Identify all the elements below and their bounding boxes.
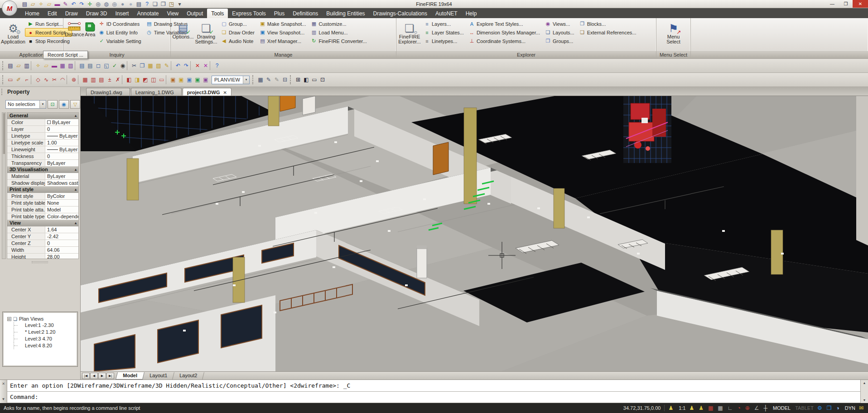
plot-icon[interactable]: ▤ bbox=[135, 0, 143, 7]
undo-icon[interactable]: ↶ bbox=[174, 62, 182, 70]
wall-break-icon[interactable]: ✂ bbox=[50, 76, 58, 84]
opening-5-icon[interactable]: ▭ bbox=[158, 76, 166, 84]
external-references-button[interactable]: ❏External References... bbox=[577, 28, 639, 37]
separator[interactable] bbox=[67, 75, 70, 84]
window-elevation-icon[interactable]: ▦ bbox=[81, 76, 89, 84]
explore-text-styles-button[interactable]: AExplore Text Styles... bbox=[466, 19, 542, 28]
panel-label-menu-select[interactable]: Menu Select bbox=[656, 51, 690, 58]
finefire-explorer-button[interactable]: ❏○ FineFIRE Explorer... bbox=[398, 19, 421, 44]
undo-icon[interactable]: ↶ bbox=[70, 0, 77, 7]
property-row[interactable]: Center X1.64 bbox=[7, 226, 78, 233]
redo-icon[interactable]: ↷ bbox=[182, 62, 190, 70]
toolbar-more-icon[interactable]: ▾ bbox=[176, 0, 183, 7]
property-row[interactable]: Thickness0 bbox=[7, 153, 78, 160]
grid-toggle-icon[interactable]: ▦ bbox=[718, 405, 723, 411]
copy-icon[interactable]: ❐ bbox=[138, 62, 146, 70]
ribbon-tab[interactable]: Annotate bbox=[133, 9, 163, 18]
finefire-converter-button[interactable]: ↻FineFIRE Converter... bbox=[308, 37, 369, 45]
draw-order-button[interactable]: ❏Draw Order bbox=[218, 28, 257, 37]
coordinate-systems-button[interactable]: ⊥Coordinate Systems... bbox=[466, 37, 542, 45]
separator[interactable] bbox=[664, 405, 665, 411]
ribbon-tab[interactable]: Drawings-Calculations bbox=[369, 9, 431, 18]
visual-style-realistic-icon[interactable]: ● bbox=[127, 0, 135, 7]
property-palette-title[interactable]: Property bbox=[0, 87, 80, 96]
layouts-button[interactable]: ❏Layouts... bbox=[542, 28, 577, 37]
list-entity-info-button[interactable]: ◉List Entity Info bbox=[96, 28, 144, 37]
import-acis-icon[interactable]: ▧ bbox=[67, 62, 75, 70]
plan-level-item[interactable]: Level:3 4.70 bbox=[14, 336, 77, 342]
print-preview-icon[interactable]: ◱ bbox=[102, 62, 111, 70]
property-row[interactable]: Print styleByColor bbox=[7, 193, 78, 200]
plan-level-item[interactable]: Level:1 -2.30 bbox=[14, 322, 77, 329]
ribbon-tab[interactable]: Edit bbox=[43, 9, 61, 18]
group-header-print-style[interactable]: Print style bbox=[7, 187, 78, 193]
property-row[interactable]: MaterialByLayer bbox=[7, 173, 78, 180]
view-snapshot-button[interactable]: ▣View Snapshot... bbox=[257, 28, 309, 37]
separator[interactable] bbox=[190, 61, 193, 70]
separator[interactable] bbox=[166, 75, 169, 84]
options-button[interactable]: ▤✓ Options... bbox=[172, 19, 194, 39]
bld-new-icon[interactable]: ▤ bbox=[21, 0, 29, 7]
zoom-icon[interactable]: ◎ bbox=[94, 0, 102, 7]
property-row[interactable]: LineweightByLayer bbox=[7, 146, 78, 153]
bld-folder-icon[interactable]: ▱ bbox=[14, 62, 23, 70]
restore-button[interactable]: ❐ bbox=[839, 0, 853, 8]
property-row[interactable]: Layer0 bbox=[7, 126, 78, 133]
property-row[interactable]: TransparencyByLayer bbox=[7, 160, 78, 167]
load-application-button[interactable]: ⚙⚙ Load Application bbox=[1, 19, 25, 44]
tab-learning1[interactable]: Learning_1.DWG bbox=[131, 88, 182, 96]
plot-icon[interactable]: ▤ bbox=[78, 62, 86, 70]
tablet-toggle[interactable]: TABLET bbox=[794, 405, 814, 411]
lineweight-toggle-icon[interactable]: ┼ bbox=[764, 405, 769, 411]
workspace-icon[interactable]: ◳ bbox=[168, 0, 175, 7]
tree-collapse-icon[interactable]: ⊟ bbox=[7, 317, 11, 321]
toggle-pickadd-button[interactable]: ⊡ bbox=[48, 100, 58, 109]
opening-1-icon[interactable]: ◧ bbox=[125, 76, 133, 84]
export-acis-icon[interactable]: ▦ bbox=[58, 62, 67, 70]
new-drawing-icon[interactable]: ✧ bbox=[37, 0, 45, 7]
otrack-toggle-icon[interactable]: ∠ bbox=[754, 405, 760, 411]
help-icon[interactable]: ? bbox=[213, 62, 221, 70]
visual-style-wireframe-icon[interactable]: ◍ bbox=[102, 0, 110, 7]
scroll-down-icon[interactable]: ▼ bbox=[863, 399, 866, 402]
drawing-settings-button[interactable]: ❏✓ Drawing Settings... bbox=[194, 19, 218, 44]
separator[interactable] bbox=[31, 75, 34, 84]
area-button[interactable]: Area bbox=[84, 19, 96, 37]
layers-button[interactable]: ≡Layers... bbox=[421, 19, 466, 28]
purge-icon[interactable]: ✕ bbox=[202, 62, 210, 70]
toolbar-grip[interactable] bbox=[2, 75, 5, 84]
variable-setting-button[interactable]: ✓Variable Setting bbox=[96, 37, 144, 45]
property-row[interactable]: Center Z0 bbox=[7, 240, 78, 247]
schedule-table-icon[interactable]: ▦ bbox=[256, 76, 265, 84]
separator[interactable] bbox=[171, 61, 174, 70]
ribbon-tab[interactable]: AutoNET bbox=[431, 9, 462, 18]
linetypes-button[interactable]: ≡Linetypes... bbox=[421, 37, 466, 45]
tab-layout2[interactable]: Layout2 bbox=[173, 372, 204, 379]
model-space-toggle[interactable]: MODEL bbox=[772, 405, 791, 411]
group-header-general[interactable]: General bbox=[7, 113, 78, 119]
next-tab-button[interactable]: ▶ bbox=[98, 373, 106, 379]
chevron-down-icon[interactable]: ▼ bbox=[2, 397, 5, 401]
add-sill-icon[interactable]: ± bbox=[106, 76, 114, 84]
tray-mail-icon[interactable]: ✉ bbox=[859, 405, 864, 411]
open-file-icon[interactable]: ▱ bbox=[42, 62, 50, 70]
ribbon-tab[interactable]: Building Entities bbox=[322, 9, 369, 18]
toolbar-grip[interactable] bbox=[2, 61, 5, 70]
bld-sheet-icon[interactable]: ▥ bbox=[23, 62, 31, 70]
audio-note-button[interactable]: ◀Audio Note bbox=[218, 37, 257, 45]
xref-manager-button[interactable]: ▤Xref Manager... bbox=[257, 37, 309, 45]
property-row[interactable]: Print table typeColor-depende... bbox=[7, 213, 78, 220]
match-properties-icon[interactable]: ✎ bbox=[163, 62, 171, 70]
quick-select-button[interactable]: ▽ bbox=[70, 100, 80, 109]
tab-layout1[interactable]: Layout1 bbox=[143, 372, 174, 379]
new-file-icon[interactable]: ✧ bbox=[34, 62, 42, 70]
ribbon-tab[interactable]: Home bbox=[21, 9, 43, 18]
wall-cleanup-icon[interactable]: ✐ bbox=[14, 76, 23, 84]
wall-corner-icon[interactable]: ⌐ bbox=[23, 76, 31, 84]
plan-level-item[interactable]: Level:4 8.20 bbox=[14, 342, 77, 349]
viewport-edit-icon[interactable]: ⊡ bbox=[318, 76, 327, 84]
save-as-icon[interactable]: ✎ bbox=[62, 0, 69, 7]
ribbon-tab[interactable]: Help bbox=[462, 9, 481, 18]
group-header-3d-visualisation[interactable]: 3D Visualisation bbox=[7, 167, 78, 173]
toolbar-grip[interactable] bbox=[252, 75, 255, 84]
